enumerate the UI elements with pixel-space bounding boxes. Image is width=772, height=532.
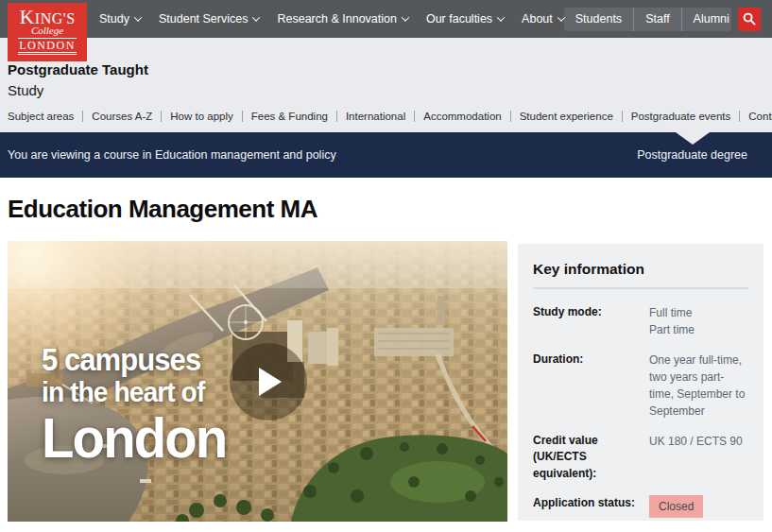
row-value-application-status: Closed: [649, 495, 748, 518]
row-label-application-status: Application status:: [533, 495, 645, 518]
row-label-study-mode: Study mode:: [533, 304, 645, 338]
status-badge-closed: Closed: [649, 495, 703, 518]
search-button[interactable]: [738, 8, 761, 31]
banner-message: You are viewing a course in Education ma…: [8, 148, 336, 162]
menu-item-label: About: [522, 12, 553, 26]
video-overlay-text: 5 campuses in the heart of London: [42, 343, 226, 470]
study-mode-full-time: Full time: [649, 304, 748, 321]
nav-link-courses-az[interactable]: Courses A-Z: [82, 111, 152, 122]
chevron-down-icon: [134, 13, 142, 21]
chevron-down-icon: [252, 13, 260, 21]
nav-link-subject-areas[interactable]: Subject areas: [8, 111, 74, 122]
row-value-duration: One year full-time, two years part-time,…: [649, 352, 748, 420]
row-label-duration: Duration:: [533, 352, 645, 420]
nav-link-how-to-apply[interactable]: How to apply: [161, 111, 232, 122]
key-information-panel: Key information Study mode: Full time Pa…: [518, 244, 763, 521]
menu-item-label: Study: [99, 12, 129, 26]
section-header: Postgraduate Taught Study Subject areas …: [0, 38, 772, 132]
nav-link-international[interactable]: International: [336, 111, 405, 122]
row-label-credit-value: Credit value (UK/ECTS equivalent):: [533, 433, 645, 482]
menu-item-study[interactable]: Study: [99, 12, 141, 26]
row-value-credit-value: UK 180 / ECTS 90: [649, 433, 748, 482]
play-icon[interactable]: [259, 368, 282, 396]
menu-item-label: Student Services: [159, 12, 249, 26]
main-content: Education Management MA: [0, 193, 772, 522]
menu-item-our-faculties[interactable]: Our faculties: [426, 12, 504, 26]
logo-line-kings: KING'S: [8, 9, 87, 26]
overlay-line-1: 5 campuses: [42, 343, 226, 377]
chevron-down-icon: [497, 13, 505, 21]
menu-item-student-services[interactable]: Student Services: [159, 12, 260, 26]
section-subtitle: Study: [8, 82, 764, 98]
key-information-heading: Key information: [533, 261, 748, 278]
row-value-study-mode: Full time Part time: [649, 304, 748, 338]
students-link[interactable]: Students: [564, 8, 633, 31]
overlay-line-2: in the heart of: [42, 377, 226, 407]
main-menu: Study Student Services Research & Innova…: [99, 12, 564, 26]
banner-notch: [676, 132, 710, 145]
key-information-table: Study mode: Full time Part time Duration…: [533, 304, 748, 532]
search-icon: [743, 12, 756, 26]
nav-link-postgraduate-events[interactable]: Postgraduate events: [622, 111, 731, 122]
menu-item-label: Our faculties: [426, 12, 492, 26]
menu-item-label: Research & Innovation: [277, 12, 396, 26]
overlay-line-3: London: [42, 408, 226, 470]
audience-links: Students Staff Alumni: [564, 8, 732, 31]
nav-link-accommodation[interactable]: Accommodation: [414, 111, 501, 122]
alumni-link[interactable]: Alumni: [681, 8, 732, 31]
page-title: Education Management MA: [8, 193, 764, 225]
logo-line-london: LONDON: [18, 38, 77, 55]
course-context-banner: You are viewing a course in Education ma…: [0, 132, 772, 178]
course-video-thumbnail[interactable]: 5 campuses in the heart of London: [8, 241, 507, 522]
divider: [533, 287, 748, 289]
nav-link-fees-funding[interactable]: Fees & Funding: [242, 111, 328, 122]
section-title: Postgraduate Taught: [8, 61, 764, 77]
study-mode-part-time: Part time: [649, 321, 748, 338]
top-navbar: KING'S College LONDON Study Student Serv…: [0, 0, 772, 38]
section-nav: Subject areas Courses A-Z How to apply F…: [8, 111, 764, 122]
nav-link-contact-us[interactable]: Contact us: [739, 111, 772, 122]
menu-item-research-innovation[interactable]: Research & Innovation: [277, 12, 407, 26]
banner-category: Postgraduate degree: [637, 148, 747, 162]
chevron-down-icon: [402, 13, 409, 21]
staff-link[interactable]: Staff: [633, 8, 680, 31]
menu-item-about[interactable]: About: [522, 12, 564, 26]
kings-college-london-logo[interactable]: KING'S College LONDON: [8, 3, 87, 61]
nav-link-student-experience[interactable]: Student experience: [510, 111, 613, 122]
